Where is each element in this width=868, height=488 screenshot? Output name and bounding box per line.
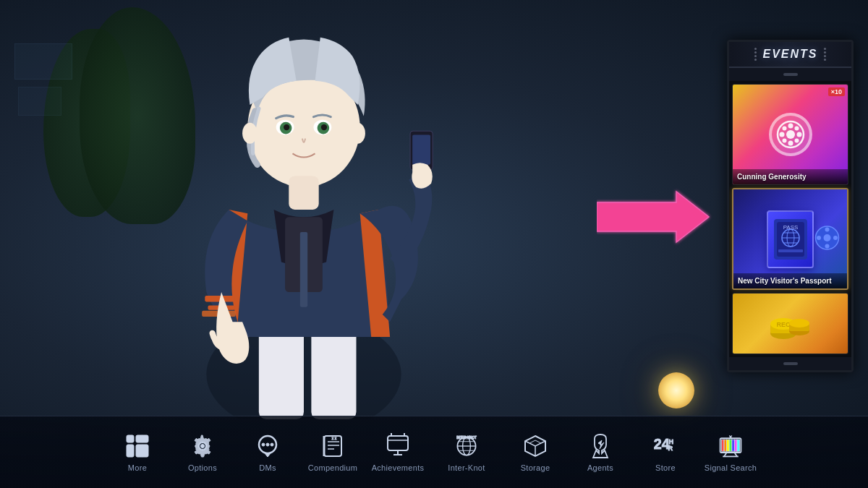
svg-text:PASS: PASS xyxy=(783,224,798,231)
svg-point-17 xyxy=(242,123,258,144)
nav-item-storage[interactable]: Storage xyxy=(503,420,568,485)
svg-rect-19 xyxy=(289,176,318,210)
gear-icon xyxy=(190,432,216,461)
nav-label-more: More xyxy=(128,463,147,473)
event-badge: ×10 xyxy=(828,87,845,96)
event-card-cunning-generosity[interactable]: ×10 Cunning Gener xyxy=(732,84,848,185)
events-list: ×10 Cunning Gener xyxy=(729,81,851,357)
svg-rect-97 xyxy=(729,440,732,451)
svg-rect-1 xyxy=(259,330,304,419)
nav-item-inter-knot[interactable]: INTER-KNOT Inter-Knot xyxy=(430,420,503,485)
film-reel-icon xyxy=(769,113,812,156)
event-card-3-image: REC xyxy=(733,294,848,354)
svg-rect-54 xyxy=(127,435,134,442)
nav-label-store: Store xyxy=(655,463,676,473)
nav-label-compendium: Compendium xyxy=(308,463,357,473)
svg-point-18 xyxy=(350,123,365,144)
svg-point-28 xyxy=(782,126,786,130)
svg-text:24: 24 xyxy=(654,436,670,452)
coin-icon: REC xyxy=(767,306,814,342)
svg-point-27 xyxy=(796,132,801,137)
svg-point-68 xyxy=(266,443,269,446)
svg-rect-56 xyxy=(141,435,148,442)
events-dots-left xyxy=(754,48,757,61)
svg-rect-9 xyxy=(412,134,430,164)
svg-text:INTER-KNOT: INTER-KNOT xyxy=(456,436,477,440)
event-label-2: New City Visitor's Passport xyxy=(733,273,847,288)
agents-icon xyxy=(587,432,613,461)
svg-point-69 xyxy=(271,443,273,446)
compendium-icon: z z xyxy=(320,432,346,461)
events-scroll-top xyxy=(729,68,851,81)
svg-point-44 xyxy=(825,244,830,248)
bg-window-1 xyxy=(14,43,72,80)
svg-point-53 xyxy=(789,319,809,328)
svg-rect-94 xyxy=(721,440,724,451)
event-label-1: Cunning Generosity xyxy=(733,169,848,184)
svg-rect-4 xyxy=(300,232,307,307)
svg-point-67 xyxy=(262,443,265,446)
nav-label-signal-search: Signal Search xyxy=(705,463,757,473)
nav-bar: More Options DMs xyxy=(0,416,868,488)
svg-point-42 xyxy=(824,234,831,241)
svg-point-15 xyxy=(284,124,289,130)
nav-label-storage: Storage xyxy=(521,463,550,473)
character-svg xyxy=(87,0,521,419)
svg-text:REC: REC xyxy=(776,321,791,328)
svg-point-30 xyxy=(782,138,786,142)
svg-point-65 xyxy=(201,444,205,448)
svg-point-29 xyxy=(794,138,799,142)
events-header: EVENTS xyxy=(729,42,851,68)
events-title: EVENTS xyxy=(762,48,817,61)
store-24hour-icon: 24 H R xyxy=(652,432,678,461)
svg-point-46 xyxy=(833,236,838,240)
svg-rect-100 xyxy=(737,440,740,451)
grid-icon xyxy=(124,432,150,461)
nav-item-options[interactable]: Options xyxy=(170,420,235,485)
svg-rect-62 xyxy=(141,450,148,457)
svg-rect-98 xyxy=(732,440,735,451)
events-scroll-bottom xyxy=(729,357,851,370)
nav-label-dms: DMs xyxy=(259,463,276,473)
events-panel: EVENTS ×10 xyxy=(727,40,854,372)
svg-text:R: R xyxy=(668,445,673,452)
achievements-icon xyxy=(385,432,411,461)
arrow-indicator xyxy=(597,188,712,246)
svg-rect-39 xyxy=(778,249,803,252)
svg-point-26 xyxy=(779,132,784,137)
svg-point-43 xyxy=(825,227,830,231)
svg-point-25 xyxy=(788,140,793,145)
svg-point-24 xyxy=(788,123,793,128)
nav-label-agents: Agents xyxy=(587,463,613,473)
bg-window-2 xyxy=(18,87,61,116)
scroll-indicator-top xyxy=(783,73,798,76)
nav-item-dms[interactable]: DMs xyxy=(235,420,300,485)
storage-icon xyxy=(522,432,548,461)
svg-rect-96 xyxy=(727,440,730,451)
svg-rect-77 xyxy=(388,436,408,450)
nav-label-inter-knot: Inter-Knot xyxy=(448,463,485,473)
nav-label-achievements: Achievements xyxy=(372,463,425,473)
film-reel-2-icon xyxy=(814,225,840,253)
events-dots-right xyxy=(824,48,826,61)
nav-item-store[interactable]: 24 H R Store xyxy=(633,420,698,485)
nav-item-compendium[interactable]: z z Compendium xyxy=(300,420,365,485)
svg-rect-99 xyxy=(734,440,737,451)
nav-item-signal-search[interactable]: Signal Search xyxy=(698,420,763,485)
svg-rect-60 xyxy=(127,450,134,457)
nav-item-more[interactable]: More xyxy=(105,420,170,485)
nav-label-options: Options xyxy=(188,463,217,473)
chat-icon xyxy=(255,432,281,461)
character-area xyxy=(87,0,521,419)
event-card-hour-store[interactable]: REC xyxy=(732,293,848,354)
nav-item-achievements[interactable]: Achievements xyxy=(365,420,430,485)
svg-rect-2 xyxy=(311,330,356,419)
svg-rect-95 xyxy=(724,440,727,451)
globe-icon: INTER-KNOT xyxy=(454,432,480,461)
svg-point-31 xyxy=(794,126,799,130)
svg-marker-21 xyxy=(597,192,709,242)
svg-point-16 xyxy=(321,124,327,130)
event-card-new-city-passport[interactable]: PASS New City Visitor's Passport xyxy=(732,188,848,291)
scroll-indicator-bottom xyxy=(783,362,798,365)
nav-item-agents[interactable]: Agents xyxy=(568,420,633,485)
